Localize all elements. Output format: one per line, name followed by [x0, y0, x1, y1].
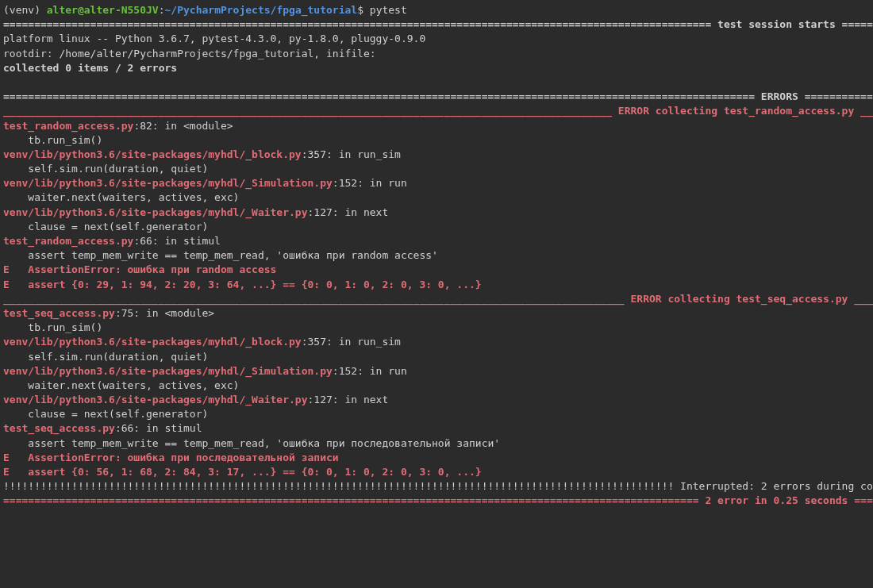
traceback-loc: :66: in stimul — [115, 422, 202, 434]
errors-header: ========================================… — [3, 90, 873, 102]
assertion-detail: E assert {0: 29, 1: 94, 2: 20, 3: 64, ..… — [3, 279, 482, 290]
traceback-file: test_random_access.py — [3, 120, 133, 132]
traceback-code: tb.run_sim() — [3, 321, 102, 333]
traceback-file: venv/lib/python3.6/site-packages/myhdl/_… — [3, 148, 302, 160]
traceback-code: assert temp_mem_write == temp_mem_read, … — [3, 437, 500, 449]
traceback-loc: :75: in <module> — [115, 307, 214, 319]
traceback-loc: :152: in run — [333, 365, 407, 377]
traceback-loc: :66: in stimul — [133, 235, 221, 247]
cwd-path: ~/PycharmProjects/fpga_tutorial — [165, 4, 358, 16]
traceback-code: self.sim.run(duration, quiet) — [3, 163, 208, 175]
assertion-error: E AssertionError: ошибка при последовате… — [3, 452, 339, 463]
session-starts-header: ========================================… — [3, 18, 873, 30]
traceback-file: venv/lib/python3.6/site-packages/myhdl/_… — [3, 336, 302, 348]
traceback-file: venv/lib/python3.6/site-packages/myhdl/_… — [3, 206, 308, 218]
traceback-code: clause = next(self.generator) — [3, 221, 208, 233]
user-host: alter@alter-N550JV — [47, 4, 159, 16]
interrupted-line: !!!!!!!!!!!!!!!!!!!!!!!!!!!!!!!!!!!!!!!!… — [3, 480, 873, 492]
prompt-dollar: $ — [357, 4, 370, 16]
traceback-code: tb.run_sim() — [3, 134, 102, 146]
rootdir-info: rootdir: /home/alter/PycharmProjects/fpg… — [3, 48, 376, 60]
traceback-loc: :357: in run_sim — [302, 336, 401, 348]
traceback-file: test_seq_access.py — [3, 422, 115, 434]
traceback-loc: :82: in <module> — [133, 120, 233, 132]
traceback-code: clause = next(self.generator) — [3, 408, 208, 420]
traceback-loc: :152: in run — [333, 177, 407, 189]
traceback-code: waiter.next(waiters, actives, exc) — [3, 379, 239, 391]
error-title-1: ________________________________________… — [3, 105, 873, 117]
traceback-file: test_seq_access.py — [3, 307, 115, 319]
traceback-loc: :357: in run_sim — [302, 148, 401, 160]
prompt-colon: : — [159, 4, 165, 16]
assertion-detail: E assert {0: 56, 1: 68, 2: 84, 3: 17, ..… — [3, 466, 482, 478]
summary-line: ========================================… — [3, 494, 873, 506]
venv-marker: (venv) — [3, 4, 47, 16]
traceback-loc: :127: in next — [308, 206, 389, 218]
collected-info: collected 0 items / 2 errors — [3, 62, 177, 74]
traceback-loc: :127: in next — [308, 394, 389, 405]
traceback-code: waiter.next(waiters, actives, exc) — [3, 191, 239, 203]
traceback-file: test_random_access.py — [3, 235, 133, 247]
traceback-code: assert temp_mem_write == temp_mem_read, … — [3, 249, 438, 261]
command-input: pytest — [370, 4, 407, 16]
traceback-code: self.sim.run(duration, quiet) — [3, 351, 208, 363]
error-title-2: ________________________________________… — [3, 293, 873, 305]
terminal-output[interactable]: (venv) alter@alter-N550JV:~/PycharmProje… — [3, 3, 870, 509]
assertion-error: E AssertionError: ошибка при random acce… — [3, 263, 276, 275]
platform-info: platform linux -- Python 3.6.7, pytest-4… — [3, 33, 425, 44]
traceback-file: venv/lib/python3.6/site-packages/myhdl/_… — [3, 394, 308, 405]
traceback-file: venv/lib/python3.6/site-packages/myhdl/_… — [3, 365, 333, 377]
traceback-file: venv/lib/python3.6/site-packages/myhdl/_… — [3, 177, 333, 189]
